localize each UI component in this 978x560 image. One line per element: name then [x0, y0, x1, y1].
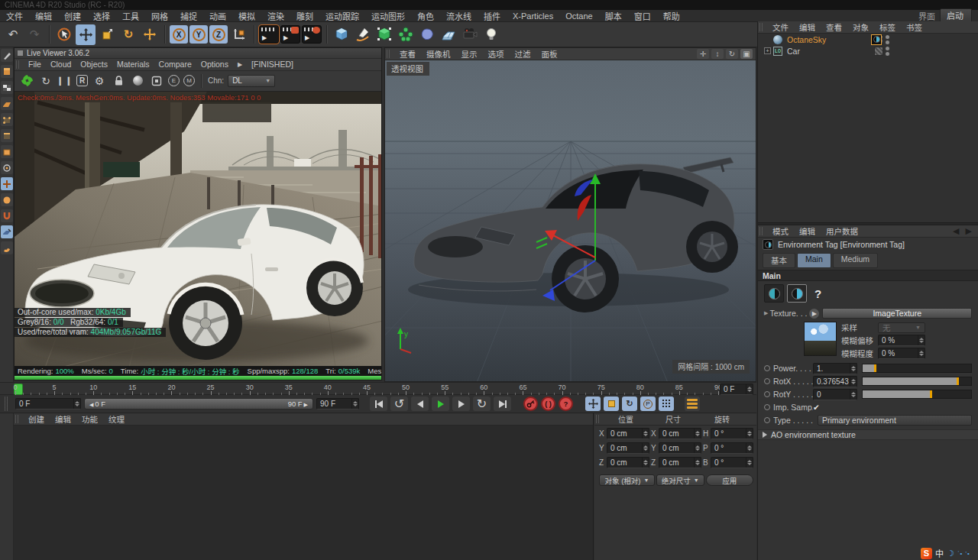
end-frame-field[interactable]: 90 F	[316, 398, 359, 409]
menu-item-15[interactable]: 插件	[478, 10, 507, 22]
vp-menu-item-2[interactable]: 显示	[456, 48, 483, 60]
visible-environment-icon[interactable]	[787, 284, 807, 303]
settings-gear-icon[interactable]: ⚙	[92, 73, 107, 89]
vp-menu-item-0[interactable]: 查看	[394, 48, 421, 60]
texture-arrow-button[interactable]: ▶	[809, 309, 819, 319]
am-menu-item-2[interactable]: 用户数据	[821, 225, 863, 237]
timeline-ruler[interactable]: 051015202530354045505560657075808590	[6, 383, 720, 396]
lv-menu-item-1[interactable]: Cloud	[46, 60, 76, 69]
expand-toggle-icon[interactable]: +	[764, 47, 771, 54]
menu-item-19[interactable]: 窗口	[628, 10, 657, 22]
scale-icon[interactable]	[97, 24, 117, 45]
apply-button[interactable]: 应用	[706, 474, 754, 486]
vp-menu-item-4[interactable]: 过滤	[510, 48, 536, 60]
layer-square-icon[interactable]	[874, 47, 883, 56]
channel-dropdown[interactable]: DL ▼	[228, 75, 275, 87]
mat-menu-item-0[interactable]: 创建	[23, 413, 50, 425]
reset-icon[interactable]: R	[76, 75, 88, 86]
texture-shader-button[interactable]: ImageTexture	[822, 308, 972, 319]
menu-item-10[interactable]: 雕刻	[290, 10, 319, 22]
magnet-icon[interactable]	[1, 241, 13, 254]
menu-item-1[interactable]: 编辑	[29, 10, 58, 22]
mat-menu-item-3[interactable]: 纹理	[103, 413, 130, 425]
array-generator-icon[interactable]	[396, 24, 416, 45]
spinner[interactable]	[642, 443, 649, 453]
menu-item-16[interactable]: X-Particles	[507, 11, 559, 21]
toggle-panel-icon[interactable]: ▣	[740, 49, 753, 59]
make-editable-icon[interactable]	[1, 49, 13, 62]
panel-grip[interactable]	[759, 23, 764, 31]
menu-item-7[interactable]: 动画	[203, 10, 232, 22]
panel-grip[interactable]	[15, 415, 20, 423]
record-rotation-icon[interactable]: ↻	[622, 397, 637, 411]
tab-basic[interactable]: 基本	[763, 253, 795, 268]
current-frame-field-right[interactable]: 0 F	[720, 384, 753, 395]
rotate-icon[interactable]: ↻	[118, 24, 138, 45]
animation-dot-icon[interactable]	[764, 391, 770, 397]
roty-field[interactable]: 0	[813, 389, 857, 400]
workplane-icon[interactable]	[439, 24, 458, 45]
next-frame-icon[interactable]	[452, 397, 470, 411]
vp-menu-item-1[interactable]: 摄像机	[421, 48, 456, 60]
animation-dot-icon[interactable]	[764, 404, 770, 410]
octane-logo-icon[interactable]	[19, 73, 34, 89]
panel-grip[interactable]	[387, 50, 391, 58]
redo-icon[interactable]: ↷	[24, 24, 44, 45]
record-pla-icon[interactable]	[659, 397, 674, 411]
history-forward-icon[interactable]: ▶	[966, 226, 972, 236]
menu-item-17[interactable]: Octane	[559, 11, 598, 21]
viewport-canvas[interactable]: 透视视图	[385, 60, 756, 381]
rotx-slider[interactable]	[862, 377, 972, 386]
record-parameter-icon[interactable]: P	[640, 397, 656, 411]
menu-item-13[interactable]: 角色	[411, 10, 440, 22]
render-view-icon[interactable]: ▶	[259, 25, 279, 44]
om-menu-item-0[interactable]: 文件	[767, 21, 794, 33]
camera-icon[interactable]	[460, 24, 480, 45]
move-icon[interactable]	[76, 24, 96, 45]
vp-menu-item-5[interactable]: 面板	[536, 48, 563, 60]
pan-view-icon[interactable]: ✛	[697, 49, 709, 59]
menu-item-6[interactable]: 捕捉	[174, 10, 203, 22]
lock-workplane-icon[interactable]	[1, 225, 13, 238]
lv-menu-item-4[interactable]: Compare	[154, 60, 196, 69]
current-frame-field[interactable]: 0 F	[15, 398, 81, 409]
edge-mode-icon[interactable]	[1, 129, 13, 142]
spinner[interactable]	[746, 429, 753, 439]
lv-menu-item-0[interactable]: File	[24, 60, 46, 69]
keyframe-presets-icon[interactable]	[685, 397, 700, 411]
ime-more-icon[interactable]: ᾿• '•	[957, 550, 970, 557]
spinner[interactable]	[642, 458, 649, 468]
menu-item-12[interactable]: 运动图形	[365, 10, 411, 22]
coordinate-mode-dropdown[interactable]: 对象 (相对)▼	[599, 474, 655, 486]
menu-item-8[interactable]: 模拟	[232, 10, 261, 22]
menu-overflow-arrow-icon[interactable]: ▶	[233, 61, 247, 68]
texture-mode-icon[interactable]	[1, 81, 13, 94]
hdri-thumbnail[interactable]	[804, 322, 837, 356]
spinner[interactable]	[694, 429, 701, 439]
rotation-b-field[interactable]: 0 °	[711, 457, 753, 468]
record-keyframe-icon[interactable]	[523, 397, 538, 411]
menu-item-18[interactable]: 脚本	[599, 10, 628, 22]
animation-dot-icon[interactable]	[764, 378, 770, 384]
frame-spinner[interactable]	[73, 399, 80, 409]
subdivision-surface-icon[interactable]	[374, 24, 394, 45]
object-name[interactable]: OctaneSky	[785, 35, 826, 44]
spinner[interactable]	[694, 443, 701, 453]
spinner[interactable]	[746, 443, 753, 453]
menu-item-0[interactable]: 文件	[0, 10, 29, 22]
autokey-icon[interactable]: ( )	[541, 397, 555, 411]
rotation-h-field[interactable]: 0 °	[711, 428, 753, 439]
frame-spinner[interactable]	[351, 399, 358, 409]
pen-spline-icon[interactable]	[353, 24, 373, 45]
blur-scale-field[interactable]: 0 %	[878, 348, 925, 359]
history-back-icon[interactable]: ◀	[953, 226, 959, 236]
viewport-solo-icon[interactable]	[1, 193, 13, 206]
menu-item-11[interactable]: 运动跟踪	[319, 10, 365, 22]
polygon-mode-icon[interactable]	[1, 145, 13, 158]
undo-icon[interactable]: ↶	[3, 24, 23, 45]
vp-menu-item-3[interactable]: 选项	[483, 48, 510, 60]
imp-samp-checkbox[interactable]: ✔	[813, 403, 820, 412]
rotation-p-field[interactable]: 0 °	[711, 442, 753, 454]
animation-dot-icon[interactable]	[764, 417, 770, 423]
animation-dot-icon[interactable]	[764, 365, 770, 371]
